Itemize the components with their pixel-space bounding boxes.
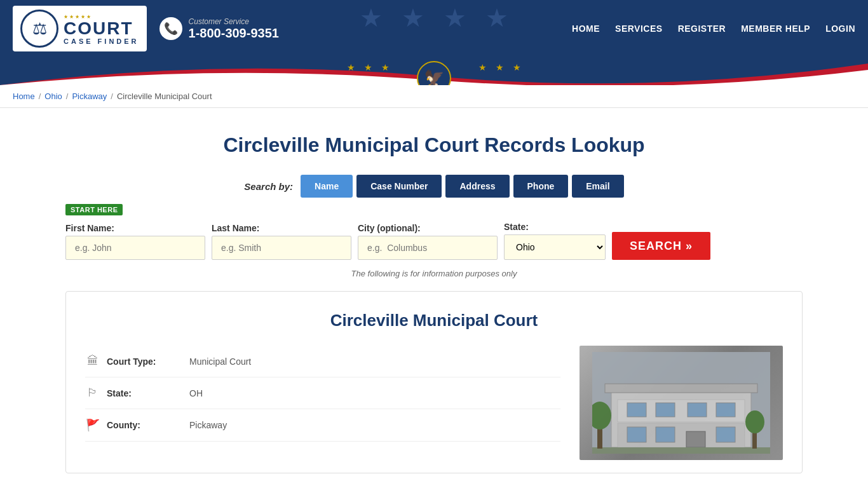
state-row-label: State: bbox=[107, 388, 183, 398]
city-field: City (optional): bbox=[358, 223, 498, 260]
first-name-field: First Name: bbox=[65, 223, 205, 260]
page-title: Circleville Municipal Court Records Look… bbox=[65, 133, 803, 157]
banner-stars-left: ★ ★ ★ bbox=[347, 62, 390, 72]
last-name-field: Last Name: bbox=[212, 223, 351, 260]
last-name-input[interactable] bbox=[212, 236, 351, 260]
eagle-icon: 🦅 bbox=[424, 69, 444, 86]
logo-court-text: COURT bbox=[64, 20, 139, 37]
svg-rect-13 bbox=[592, 447, 770, 454]
logo-case-finder-text: CASE FINDER bbox=[64, 37, 139, 45]
cs-text: Customer Service 1-800-309-9351 bbox=[189, 17, 279, 41]
tab-name[interactable]: Name bbox=[301, 175, 353, 198]
court-info-body: 🏛 Court Type: Municipal Court 🏳 State: O… bbox=[85, 346, 783, 460]
cs-label: Customer Service bbox=[189, 17, 279, 26]
court-details: 🏛 Court Type: Municipal Court 🏳 State: O… bbox=[85, 346, 560, 460]
county-value: Pickaway bbox=[189, 420, 227, 430]
search-by-label: Search by: bbox=[244, 181, 293, 192]
search-tabs-bar: Search by: Name Case Number Address Phon… bbox=[65, 175, 803, 198]
main-nav: HOME SERVICES REGISTER MEMBER HELP LOGIN bbox=[572, 24, 855, 34]
county-row: 🚩 County: Pickaway bbox=[85, 409, 560, 442]
first-name-input[interactable] bbox=[65, 236, 205, 260]
state-select[interactable]: Ohio Alabama Alaska Arizona Arkansas Cal… bbox=[504, 234, 606, 260]
building-svg bbox=[592, 352, 770, 454]
svg-rect-4 bbox=[627, 403, 646, 417]
county-icon: 🚩 bbox=[85, 418, 100, 432]
state-row: 🏳 State: OH bbox=[85, 377, 560, 409]
city-input[interactable] bbox=[358, 236, 498, 260]
svg-rect-5 bbox=[656, 403, 675, 417]
court-type-icon: 🏛 bbox=[85, 355, 100, 368]
tab-email[interactable]: Email bbox=[572, 175, 623, 198]
svg-point-17 bbox=[745, 410, 764, 433]
state-field: State: Ohio Alabama Alaska Arizona Arkan… bbox=[504, 222, 606, 260]
court-image-placeholder bbox=[580, 346, 783, 460]
breadcrumb-home[interactable]: Home bbox=[13, 92, 35, 101]
court-info-box: Circleville Municipal Court 🏛 Court Type… bbox=[65, 291, 803, 473]
last-name-label: Last Name: bbox=[212, 223, 351, 233]
county-label: County: bbox=[107, 420, 183, 430]
court-type-row: 🏛 Court Type: Municipal Court bbox=[85, 346, 560, 377]
search-button[interactable]: SEARCH » bbox=[612, 232, 710, 260]
start-here-badge: START HERE bbox=[65, 204, 123, 215]
main-content: Circleville Municipal Court Records Look… bbox=[53, 108, 815, 486]
tab-address[interactable]: Address bbox=[445, 175, 509, 198]
city-label: City (optional): bbox=[358, 223, 498, 233]
svg-rect-11 bbox=[686, 431, 705, 447]
svg-rect-12 bbox=[716, 427, 735, 442]
customer-service: 📞 Customer Service 1-800-309-9351 bbox=[159, 17, 279, 41]
banner-wave: 🦅 ★ ★ ★ ★ ★ ★ bbox=[0, 57, 868, 85]
svg-rect-6 bbox=[688, 403, 707, 417]
breadcrumb-current: Circleville Municipal Court bbox=[117, 92, 212, 101]
tab-case-number[interactable]: Case Number bbox=[356, 175, 442, 198]
court-info-title: Circleville Municipal Court bbox=[85, 311, 783, 330]
state-icon: 🏳 bbox=[85, 386, 100, 400]
nav-services[interactable]: SERVICES bbox=[615, 24, 663, 34]
tab-phone[interactable]: Phone bbox=[513, 175, 569, 198]
state-row-value: OH bbox=[189, 388, 203, 398]
nav-member-help[interactable]: MEMBER HELP bbox=[741, 24, 810, 34]
logo[interactable]: ★★★★★ COURT CASE FINDER bbox=[13, 6, 147, 51]
logo-text: ★★★★★ COURT CASE FINDER bbox=[64, 13, 139, 45]
breadcrumb: Home / Ohio / Pickaway / Circleville Mun… bbox=[0, 85, 868, 108]
banner-stars-right: ★ ★ ★ bbox=[478, 62, 521, 72]
phone-icon: 📞 bbox=[159, 17, 182, 40]
breadcrumb-pickaway[interactable]: Pickaway bbox=[72, 92, 107, 101]
court-type-value: Municipal Court bbox=[189, 356, 251, 367]
court-type-label: Court Type: bbox=[107, 356, 183, 367]
nav-register[interactable]: REGISTER bbox=[678, 24, 726, 34]
svg-rect-2 bbox=[605, 384, 757, 393]
search-form-container: START HERE First Name: Last Name: City (… bbox=[65, 204, 803, 260]
svg-rect-10 bbox=[656, 427, 675, 442]
nav-login[interactable]: LOGIN bbox=[825, 24, 855, 34]
header-decoration-stars: ★★★★ bbox=[360, 3, 508, 32]
logo-emblem bbox=[20, 10, 58, 48]
header-left: ★★★★★ COURT CASE FINDER 📞 Customer Servi… bbox=[13, 6, 279, 51]
info-note: The following is for information purpose… bbox=[65, 269, 803, 278]
svg-rect-9 bbox=[627, 427, 646, 442]
site-header: ★★★★★ COURT CASE FINDER 📞 Customer Servi… bbox=[0, 0, 868, 57]
court-image bbox=[580, 346, 783, 460]
breadcrumb-ohio[interactable]: Ohio bbox=[44, 92, 62, 101]
svg-rect-7 bbox=[716, 403, 735, 417]
search-form: First Name: Last Name: City (optional): … bbox=[65, 222, 803, 260]
cs-phone: 1-800-309-9351 bbox=[189, 26, 279, 41]
first-name-label: First Name: bbox=[65, 223, 205, 233]
state-label: State: bbox=[504, 222, 606, 232]
nav-home[interactable]: HOME bbox=[572, 24, 600, 34]
